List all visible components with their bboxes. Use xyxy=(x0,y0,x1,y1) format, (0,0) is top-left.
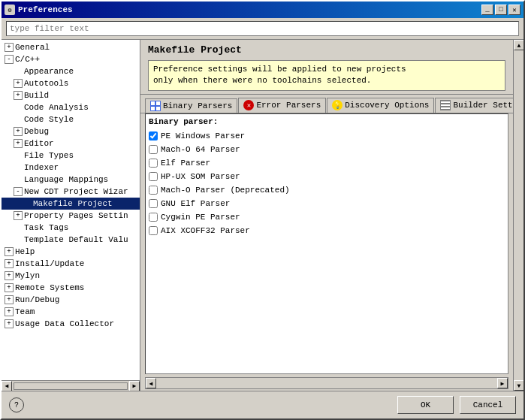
help-button[interactable]: ? xyxy=(9,397,24,412)
expander-team[interactable]: + xyxy=(5,307,14,316)
sidebar-item-remote-systems[interactable]: + Remote Systems xyxy=(2,282,140,294)
checkbox-mach-o-deprecated[interactable] xyxy=(149,186,158,195)
label-aix-xcoff32: AIX XCOFF32 Parser xyxy=(161,226,250,235)
sidebar-item-task-tags[interactable]: Task Tags xyxy=(2,222,140,234)
expander-property-pages[interactable]: + xyxy=(14,211,23,220)
label-pe-windows: PE Windows Parser xyxy=(161,131,245,141)
sidebar-label-property-pages: Property Pages Settin xyxy=(24,211,128,220)
expander-general[interactable]: + xyxy=(5,43,14,52)
expander-run-debug[interactable]: + xyxy=(5,295,14,304)
sidebar-item-editor[interactable]: + Editor xyxy=(2,137,140,150)
checkbox-pe-windows[interactable] xyxy=(149,131,158,141)
grid-icon xyxy=(150,101,161,111)
tab-discovery-options-label: Discovery Options xyxy=(345,101,429,110)
sidebar-item-team[interactable]: + Team xyxy=(2,306,140,318)
sidebar-item-debug[interactable]: + Debug xyxy=(2,125,140,137)
maximize-button[interactable]: □ xyxy=(495,5,507,15)
expander-build[interactable]: + xyxy=(14,91,23,100)
parser-elf: Elf Parser xyxy=(149,156,505,170)
expander-help[interactable]: + xyxy=(5,247,14,256)
label-mach-o-deprecated: Mach-O Parser (Deprecated) xyxy=(161,186,290,195)
sidebar-label-help: Help xyxy=(15,247,35,256)
sidebar-item-indexer[interactable]: Indexer xyxy=(2,162,140,174)
sidebar-label-run-debug: Run/Debug xyxy=(15,295,59,304)
filter-input[interactable] xyxy=(6,21,519,36)
content-area: ▲ ▼ Makefile Project Preference settings… xyxy=(140,40,523,391)
expander-usage-data[interactable]: + xyxy=(5,319,14,328)
sidebar-item-property-pages[interactable]: + Property Pages Settin xyxy=(2,210,140,222)
preferences-window: ⚙ Preferences _ □ ✕ + General xyxy=(0,0,525,420)
sidebar-item-makefile-project[interactable]: Makefile Project xyxy=(2,198,140,210)
expander-new-cdt[interactable]: - xyxy=(14,187,23,196)
checkbox-gnu-elf[interactable] xyxy=(149,199,158,208)
expander-install-update[interactable]: + xyxy=(5,259,14,268)
bulb-icon: 💡 xyxy=(332,100,342,110)
right-vscroll[interactable]: ▲ ▼ xyxy=(513,40,523,391)
sidebar-item-code-style[interactable]: Code Style xyxy=(2,113,140,125)
sidebar-label-appearance: Appearance xyxy=(24,67,74,76)
sidebar-item-language-mappings[interactable]: Language Mappings xyxy=(2,174,140,186)
sidebar-item-run-debug[interactable]: + Run/Debug xyxy=(2,294,140,306)
svg-rect-0 xyxy=(151,101,155,105)
tab-builder-settings-label: Builder Setti xyxy=(453,101,513,110)
content-hscroll[interactable]: ◀ ▶ xyxy=(145,377,508,389)
sidebar-label-usage-data: Usage Data Collector xyxy=(15,319,114,328)
content-panel: Makefile Project Preference settings wil… xyxy=(140,40,523,391)
parser-hp-ux-som: HP-UX SOM Parser xyxy=(149,170,505,183)
svg-rect-1 xyxy=(156,101,160,105)
sidebar-item-help[interactable]: + Help xyxy=(2,246,140,258)
title-bar: ⚙ Preferences _ □ ✕ xyxy=(2,2,523,18)
parser-mach-o-64: Mach-O 64 Parser xyxy=(149,143,505,156)
sidebar-scroll-left[interactable]: ◀ xyxy=(2,381,12,391)
tab-binary-parsers[interactable]: Binary Parsers xyxy=(145,98,237,113)
tab-discovery-options[interactable]: 💡 Discovery Options xyxy=(327,98,434,113)
checkbox-aix-xcoff32[interactable] xyxy=(149,226,158,235)
sidebar-item-file-types[interactable]: File Types xyxy=(2,150,140,162)
expander-mylyn[interactable]: + xyxy=(5,271,14,280)
sidebar-label-debug: Debug xyxy=(24,127,49,136)
filter-bar xyxy=(2,18,523,40)
vscroll-up[interactable]: ▲ xyxy=(514,40,523,50)
sidebar-item-cpp[interactable]: - C/C++ xyxy=(2,53,140,65)
sidebar-hscroll[interactable]: ◀ ▶ xyxy=(2,380,140,391)
content-hscroll-left[interactable]: ◀ xyxy=(146,378,156,388)
sidebar-item-usage-data[interactable]: + Usage Data Collector xyxy=(2,318,140,330)
ok-button[interactable]: OK xyxy=(397,396,454,414)
expander-cpp[interactable]: - xyxy=(5,55,14,64)
sidebar-item-general[interactable]: + General xyxy=(2,41,140,53)
minimize-button[interactable]: _ xyxy=(481,5,493,15)
svg-rect-2 xyxy=(151,107,155,110)
sidebar-label-remote-systems: Remote Systems xyxy=(15,283,84,292)
content-hscroll-right[interactable]: ▶ xyxy=(497,378,508,388)
sidebar-item-build[interactable]: + Build xyxy=(2,89,140,101)
close-button[interactable]: ✕ xyxy=(508,5,520,15)
sidebar-label-makefile-project: Makefile Project xyxy=(33,199,113,208)
sidebar-item-autotools[interactable]: + Autotools xyxy=(2,77,140,89)
sidebar-item-appearance[interactable]: Appearance xyxy=(2,65,140,77)
sidebar-item-mylyn[interactable]: + Mylyn xyxy=(2,270,140,282)
checkbox-mach-o-64[interactable] xyxy=(149,145,158,154)
checkbox-hp-ux-som[interactable] xyxy=(149,172,158,181)
tab-error-parsers-label: Error Parsers xyxy=(256,101,321,110)
tab-builder-settings[interactable]: Builder Setti xyxy=(435,98,513,113)
sidebar-label-autotools: Autotools xyxy=(24,79,68,88)
expander-autotools[interactable]: + xyxy=(14,79,23,88)
cancel-button[interactable]: Cancel xyxy=(460,396,516,414)
expander-debug[interactable]: + xyxy=(14,127,23,136)
sidebar-label-task-tags: Task Tags xyxy=(24,223,68,232)
vscroll-down[interactable]: ▼ xyxy=(514,380,523,391)
tab-error-parsers[interactable]: ✕ Error Parsers xyxy=(238,98,326,113)
expander-editor[interactable]: + xyxy=(14,139,23,148)
checkbox-elf[interactable] xyxy=(149,159,158,168)
expander-remote-systems[interactable]: + xyxy=(5,283,14,292)
svg-rect-4 xyxy=(441,101,450,103)
sidebar-label-build: Build xyxy=(24,91,49,100)
sidebar-item-install-update[interactable]: + Install/Update xyxy=(2,258,140,270)
checkbox-cygwin-pe[interactable] xyxy=(149,213,158,222)
sidebar-item-new-cdt[interactable]: - New CDT Project Wizar xyxy=(2,186,140,198)
sidebar-scroll-right[interactable]: ▶ xyxy=(129,381,140,391)
sidebar-item-code-analysis[interactable]: Code Analysis xyxy=(2,101,140,113)
tabs-bar: Binary Parsers ✕ Error Parsers 💡 Discove… xyxy=(140,95,513,113)
label-hp-ux-som: HP-UX SOM Parser xyxy=(161,172,240,181)
sidebar-item-template-default[interactable]: Template Default Valu xyxy=(2,234,140,246)
